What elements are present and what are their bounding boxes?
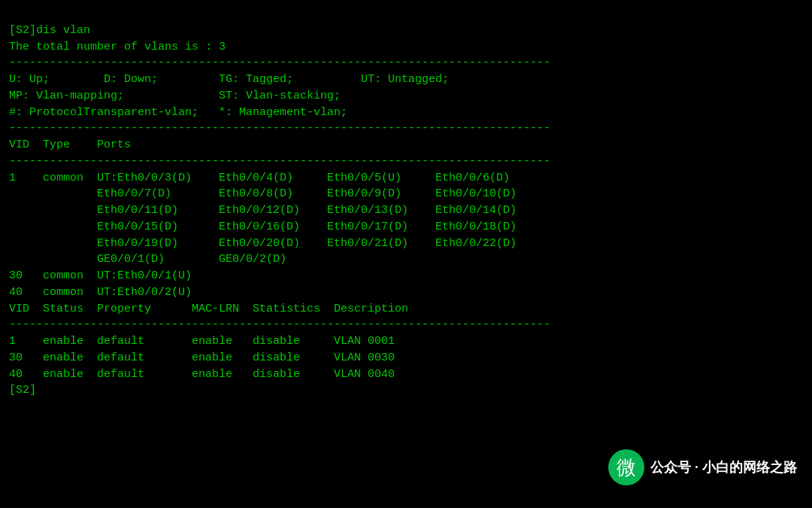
terminal-line: Eth0/0/11(D) Eth0/0/12(D) Eth0/0/13(D) E…	[9, 202, 803, 219]
watermark-text: 公众号 · 小白的网络之路	[650, 458, 797, 476]
terminal-line: ----------------------------------------…	[9, 317, 803, 333]
terminal-line: #: ProtocolTransparent-vlan; *: Manageme…	[9, 105, 803, 121]
terminal-line: GE0/0/1(D) GE0/0/2(D)	[9, 251, 803, 268]
watermark: 微 公众号 · 小白的网络之路	[608, 449, 797, 485]
terminal-line: MP: Vlan-mapping; ST: Vlan-stacking;	[9, 88, 803, 105]
terminal-line: VID Status Property MAC-LRN Statistics D…	[9, 301, 803, 318]
terminal-line: Eth0/0/7(D) Eth0/0/8(D) Eth0/0/9(D) Eth0…	[9, 186, 803, 202]
terminal-line: 30 common UT:Eth0/0/1(U)	[9, 268, 803, 284]
terminal-line: [S2]	[9, 382, 803, 399]
watermark-info: 公众号 · 小白的网络之路	[650, 458, 797, 476]
terminal-line: 30 enable default enable disable VLAN 00…	[9, 350, 803, 367]
terminal-line: Eth0/0/15(D) Eth0/0/16(D) Eth0/0/17(D) E…	[9, 219, 803, 236]
terminal-line: 40 common UT:Eth0/0/2(U)	[9, 284, 803, 301]
terminal-line: ----------------------------------------…	[9, 120, 803, 137]
terminal-line: Eth0/0/19(D) Eth0/0/20(D) Eth0/0/21(D) E…	[9, 236, 803, 252]
terminal-line: ----------------------------------------…	[9, 55, 803, 71]
terminal-window: [S2]dis vlanThe total number of vlans is…	[0, 0, 812, 508]
terminal-line: The total number of vlans is : 3	[9, 39, 803, 56]
terminal-line: ----------------------------------------…	[9, 154, 803, 170]
terminal-line: 1 enable default enable disable VLAN 000…	[9, 333, 803, 350]
terminal-line: VID Type Ports	[9, 137, 803, 154]
terminal-line: U: Up; D: Down; TG: Tagged; UT: Untagged…	[9, 71, 803, 88]
terminal-line: [S2]dis vlan	[9, 23, 803, 39]
watermark-icon: 微	[608, 449, 644, 485]
terminal-line: 40 enable default enable disable VLAN 00…	[9, 367, 803, 383]
terminal-line: 1 common UT:Eth0/0/3(D) Eth0/0/4(D) Eth0…	[9, 170, 803, 187]
